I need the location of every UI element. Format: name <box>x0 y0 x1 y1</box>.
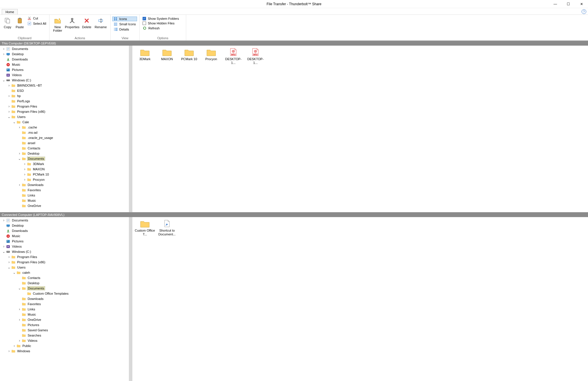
tree-node[interactable]: ›Desktop <box>1 51 131 57</box>
tree-node[interactable]: ·Links <box>1 193 131 198</box>
expand-toggle-icon[interactable]: · <box>2 234 6 238</box>
tree-node[interactable]: ›Public <box>1 343 131 348</box>
tree-node[interactable]: ·Contacts <box>1 146 131 151</box>
tree-node[interactable]: ·Searches <box>1 333 131 338</box>
expand-toggle-icon[interactable]: · <box>17 194 22 197</box>
content-this-computer[interactable]: 3DMarkMAXONPCMark 10ProcyonDESKTOP-1...D… <box>132 46 588 212</box>
close-button[interactable]: ✕ <box>575 0 588 8</box>
expand-toggle-icon[interactable]: · <box>17 204 22 208</box>
tree-this-computer[interactable]: ›Documents›Desktop·Downloads·Music·Pictu… <box>0 46 132 212</box>
tree-node[interactable]: ·Music <box>1 198 131 203</box>
expand-toggle-icon[interactable]: › <box>7 110 11 113</box>
tree-node[interactable]: ·Contacts <box>1 275 131 280</box>
tree-node[interactable]: ›MAXON <box>1 167 131 172</box>
tree-node[interactable]: ⌄Windows (C:) <box>1 78 131 83</box>
copy-button[interactable]: Copy <box>2 15 13 29</box>
expand-toggle-icon[interactable]: ⌄ <box>2 78 6 82</box>
expand-toggle-icon[interactable]: · <box>2 73 6 77</box>
tree-node[interactable]: ⌄Documents <box>1 156 131 161</box>
tree-node[interactable]: ›3DMark <box>1 161 131 167</box>
tree-node[interactable]: ›PCMark 10 <box>1 172 131 177</box>
expand-toggle-icon[interactable]: › <box>17 318 22 321</box>
expand-toggle-icon[interactable]: › <box>7 255 11 259</box>
tree-node[interactable]: ⌄caleh <box>1 270 131 275</box>
tree-node[interactable]: ·OneDrive <box>1 203 131 208</box>
file-item[interactable]: PCMark 10 <box>179 47 199 65</box>
minimize-button[interactable]: — <box>549 0 562 8</box>
tab-home[interactable]: Home <box>2 9 18 15</box>
tree-node[interactable]: ›hp <box>1 93 131 99</box>
tree-node[interactable]: ·Videos <box>1 72 131 78</box>
tree-node[interactable]: ·Downloads <box>1 296 131 301</box>
cut-button[interactable]: Cut <box>26 16 47 21</box>
tree-node[interactable]: ›Procyon <box>1 177 131 182</box>
view-icons-button[interactable]: Icons <box>112 17 137 21</box>
expand-toggle-icon[interactable]: · <box>17 199 22 202</box>
tree-node[interactable]: ·Downloads <box>1 57 131 62</box>
expand-toggle-icon[interactable]: · <box>17 141 22 145</box>
tree-node[interactable]: ·Pictures <box>1 67 131 72</box>
rename-button[interactable]: Rename <box>94 15 108 29</box>
tree-node[interactable]: ›$WINDOWS.~BT <box>1 83 131 88</box>
tree-node[interactable]: ·Pictures <box>1 239 131 244</box>
expand-toggle-icon[interactable]: ⌄ <box>12 271 16 274</box>
expand-toggle-icon[interactable]: › <box>7 84 11 87</box>
tree-node[interactable]: ›Program Files (x86) <box>1 260 131 265</box>
paste-button[interactable]: Paste <box>14 15 26 29</box>
tree-node[interactable]: ›Videos <box>1 244 131 249</box>
tree-node[interactable]: ·.oracle_jre_usage <box>1 135 131 140</box>
refresh-button[interactable]: Refresh <box>141 26 180 31</box>
expand-toggle-icon[interactable]: · <box>17 323 22 327</box>
expand-toggle-icon[interactable]: › <box>2 47 6 51</box>
tree-node[interactable]: ·PerfLogs <box>1 99 131 104</box>
delete-button[interactable]: Delete <box>80 15 93 29</box>
expand-toggle-icon[interactable]: · <box>17 276 22 280</box>
tree-node[interactable]: ⌄Users <box>1 114 131 119</box>
show-system-folders-toggle[interactable]: ✓Show System Folders <box>141 17 180 21</box>
expand-toggle-icon[interactable]: · <box>23 292 27 295</box>
tree-node[interactable]: ⌄Windows (C:) <box>1 249 131 254</box>
expand-toggle-icon[interactable]: › <box>2 52 6 56</box>
expand-toggle-icon[interactable]: · <box>17 334 22 337</box>
help-button[interactable]: ? <box>582 9 586 14</box>
new-folder-button[interactable]: New Folder <box>51 15 64 32</box>
file-item[interactable]: DESKTOP-1... <box>245 47 266 65</box>
expand-toggle-icon[interactable]: ⌄ <box>7 266 11 269</box>
expand-toggle-icon[interactable]: · <box>17 297 22 300</box>
tree-node[interactable]: ·Desktop <box>1 223 131 228</box>
expand-toggle-icon[interactable]: · <box>7 99 11 103</box>
select-all-button[interactable]: Select All <box>26 21 47 26</box>
tree-node[interactable]: ·Custom Office Templates <box>1 291 131 296</box>
tree-node[interactable]: ›Documents <box>1 218 131 223</box>
tree-node[interactable]: ›Links <box>1 307 131 312</box>
file-item[interactable]: Custom Office T... <box>135 219 155 236</box>
expand-toggle-icon[interactable]: ⌄ <box>17 157 22 160</box>
tree-node[interactable]: ·.ms-ad <box>1 130 131 135</box>
file-item[interactable]: 3DMark <box>135 47 155 65</box>
tree-node[interactable]: ›Windows <box>1 348 131 354</box>
expand-toggle-icon[interactable]: · <box>2 239 6 243</box>
tree-node[interactable]: ·ansel <box>1 140 131 146</box>
tree-node[interactable]: ·Music <box>1 62 131 67</box>
tree-connected-computer[interactable]: ›Documents·Desktop·Downloads·Music·Pictu… <box>0 217 132 381</box>
expand-toggle-icon[interactable]: · <box>17 281 22 285</box>
expand-toggle-icon[interactable]: · <box>17 313 22 316</box>
expand-toggle-icon[interactable]: · <box>2 229 6 232</box>
expand-toggle-icon[interactable]: › <box>2 219 6 222</box>
expand-toggle-icon[interactable]: · <box>2 68 6 71</box>
tree-node[interactable]: ·Music <box>1 233 131 239</box>
expand-toggle-icon[interactable]: · <box>17 146 22 150</box>
expand-toggle-icon[interactable]: › <box>7 105 11 108</box>
tree-node[interactable]: ·Downloads <box>1 228 131 233</box>
tree-node[interactable]: ⌄Users <box>1 265 131 270</box>
expand-toggle-icon[interactable]: › <box>7 349 11 353</box>
tree-node[interactable]: ·Pictures <box>1 322 131 328</box>
tree-node[interactable]: ›Program Files <box>1 104 131 109</box>
expand-toggle-icon[interactable]: › <box>7 260 11 264</box>
tree-node[interactable]: ›Videos <box>1 338 131 343</box>
tree-node[interactable]: ·ESD <box>1 88 131 93</box>
tree-node[interactable]: ›Program Files (x86) <box>1 109 131 114</box>
file-item[interactable]: MAXON <box>157 47 177 65</box>
tree-node[interactable]: ›Downloads <box>1 182 131 187</box>
expand-toggle-icon[interactable]: · <box>2 63 6 66</box>
